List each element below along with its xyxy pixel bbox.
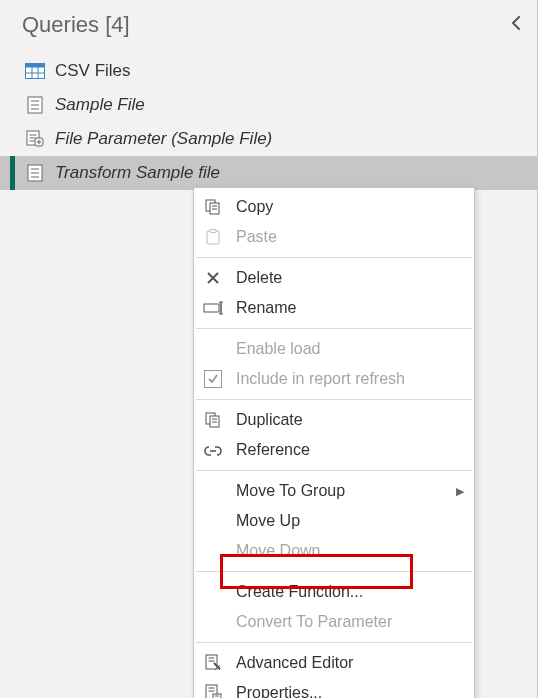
query-label: CSV Files xyxy=(55,61,131,81)
svg-rect-35 xyxy=(206,655,217,669)
menu-move-to-group[interactable]: Move To Group ▶ xyxy=(194,476,474,506)
query-label: File Parameter (Sample File) xyxy=(55,129,272,149)
svg-rect-26 xyxy=(204,304,219,312)
menu-delete[interactable]: Delete xyxy=(194,263,474,293)
menu-properties[interactable]: Properties... xyxy=(194,678,474,698)
context-menu: Copy Paste Delete xyxy=(193,187,475,698)
parameter-icon xyxy=(25,129,45,149)
properties-icon xyxy=(202,682,224,698)
menu-reference[interactable]: Reference xyxy=(194,435,474,465)
duplicate-icon xyxy=(202,409,224,431)
table-icon xyxy=(25,61,45,81)
menu-copy[interactable]: Copy xyxy=(194,192,474,222)
advanced-editor-icon xyxy=(202,652,224,674)
menu-create-function[interactable]: Create Function... xyxy=(194,577,474,607)
collapse-panel-icon[interactable] xyxy=(509,16,523,34)
paste-icon xyxy=(202,226,224,248)
copy-icon xyxy=(202,196,224,218)
document-icon xyxy=(25,95,45,115)
query-item-transform-sample-file[interactable]: Transform Sample file xyxy=(0,156,537,190)
menu-include-in-report-refresh: Include in report refresh xyxy=(194,364,474,394)
delete-icon xyxy=(202,267,224,289)
query-item-file-parameter[interactable]: File Parameter (Sample File) xyxy=(0,122,537,156)
svg-rect-1 xyxy=(26,64,45,68)
menu-separator xyxy=(196,399,472,400)
menu-move-down: Move Down xyxy=(194,536,474,566)
query-item-sample-file[interactable]: Sample File xyxy=(0,88,537,122)
menu-separator xyxy=(196,328,472,329)
menu-rename[interactable]: Rename xyxy=(194,293,474,323)
query-label: Transform Sample file xyxy=(55,163,220,183)
query-item-csv-files[interactable]: CSV Files xyxy=(0,54,537,88)
menu-separator xyxy=(196,257,472,258)
menu-move-up[interactable]: Move Up xyxy=(194,506,474,536)
menu-separator xyxy=(196,571,472,572)
menu-paste: Paste xyxy=(194,222,474,252)
reference-icon xyxy=(202,439,224,461)
submenu-arrow-icon: ▶ xyxy=(456,485,464,498)
svg-rect-23 xyxy=(210,230,216,233)
query-list: CSV Files Sample File xyxy=(0,52,537,192)
queries-panel-header: Queries [4] xyxy=(0,0,537,52)
document-icon xyxy=(25,163,45,183)
query-label: Sample File xyxy=(55,95,145,115)
queries-panel-title: Queries [4] xyxy=(22,12,130,38)
menu-duplicate[interactable]: Duplicate xyxy=(194,405,474,435)
menu-enable-load: Enable load xyxy=(194,334,474,364)
checkbox-checked-icon xyxy=(202,368,224,390)
menu-convert-to-parameter: Convert To Parameter xyxy=(194,607,474,637)
rename-icon xyxy=(202,297,224,319)
menu-advanced-editor[interactable]: Advanced Editor xyxy=(194,648,474,678)
menu-separator xyxy=(196,642,472,643)
menu-separator xyxy=(196,470,472,471)
